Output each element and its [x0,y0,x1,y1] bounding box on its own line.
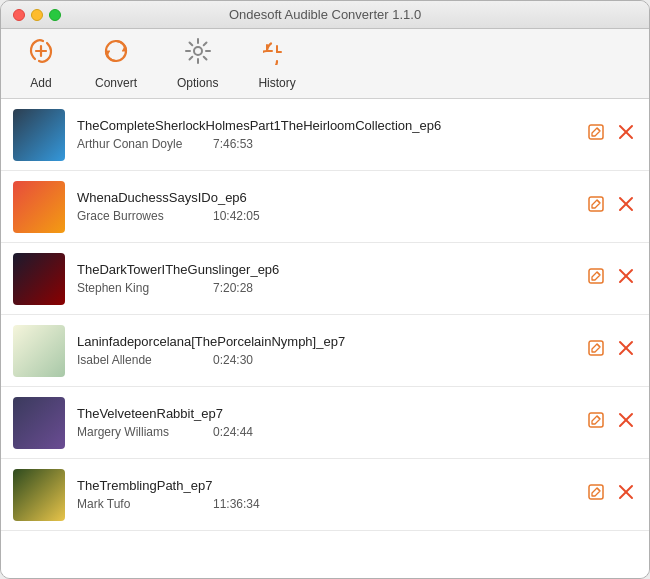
svg-point-3 [194,47,202,55]
book-author: Margery Williams [77,425,197,439]
edit-button[interactable] [585,481,607,508]
book-info: TheTremblingPath_ep7 Mark Tufo 11:36:34 [65,478,585,511]
title-bar: Ondesoft Audible Converter 1.1.0 [1,1,649,29]
convert-label: Convert [95,76,137,90]
delete-button[interactable] [615,481,637,508]
book-cover [13,253,65,305]
book-title: Laninfadeporcelana[ThePorcelainNymph]_ep… [77,334,573,349]
book-cover [13,397,65,449]
book-info: TheVelveteenRabbit_ep7 Margery Williams … [65,406,585,439]
book-duration: 0:24:30 [213,353,253,367]
book-info: Laninfadeporcelana[ThePorcelainNymph]_ep… [65,334,585,367]
book-actions [585,121,637,148]
book-meta: Mark Tufo 11:36:34 [77,497,573,511]
book-duration: 10:42:05 [213,209,260,223]
close-button[interactable] [13,9,25,21]
minimize-button[interactable] [31,9,43,21]
book-title: TheTremblingPath_ep7 [77,478,573,493]
book-title: WhenaDuchessSaysIDo_ep6 [77,190,573,205]
book-author: Stephen King [77,281,197,295]
book-author: Grace Burrowes [77,209,197,223]
book-info: TheCompleteSherlockHolmesPart1TheHeirloo… [65,118,585,151]
table-row: TheCompleteSherlockHolmesPart1TheHeirloo… [1,99,649,171]
svg-rect-18 [589,413,603,427]
book-duration: 11:36:34 [213,497,260,511]
window-title: Ondesoft Audible Converter 1.1.0 [229,7,421,22]
history-label: History [258,76,295,90]
convert-button[interactable]: Convert [85,33,147,94]
book-list: TheCompleteSherlockHolmesPart1TheHeirloo… [1,99,649,579]
table-row: TheDarkTowerITheGunslinger_ep6 Stephen K… [1,243,649,315]
book-meta: Margery Williams 0:24:44 [77,425,573,439]
book-actions [585,337,637,364]
book-actions [585,193,637,220]
edit-button[interactable] [585,265,607,292]
options-button[interactable]: Options [167,33,228,94]
edit-button[interactable] [585,121,607,148]
book-duration: 7:46:53 [213,137,253,151]
svg-rect-15 [589,341,603,355]
history-button[interactable]: History [248,33,305,94]
toolbar: Add Convert Options [1,29,649,99]
book-meta: Isabel Allende 0:24:30 [77,353,573,367]
svg-rect-21 [589,485,603,499]
svg-rect-9 [589,197,603,211]
delete-button[interactable] [615,409,637,436]
book-duration: 7:20:28 [213,281,253,295]
svg-rect-6 [589,125,603,139]
table-row: TheVelveteenRabbit_ep7 Margery Williams … [1,387,649,459]
convert-icon [102,37,130,72]
book-author: Mark Tufo [77,497,197,511]
book-meta: Arthur Conan Doyle 7:46:53 [77,137,573,151]
maximize-button[interactable] [49,9,61,21]
book-actions [585,409,637,436]
edit-button[interactable] [585,409,607,436]
book-meta: Stephen King 7:20:28 [77,281,573,295]
book-title: TheDarkTowerITheGunslinger_ep6 [77,262,573,277]
table-row: WhenaDuchessSaysIDo_ep6 Grace Burrowes 1… [1,171,649,243]
book-info: TheDarkTowerITheGunslinger_ep6 Stephen K… [65,262,585,295]
svg-rect-12 [589,269,603,283]
traffic-lights [13,9,61,21]
book-cover [13,469,65,521]
book-meta: Grace Burrowes 10:42:05 [77,209,573,223]
add-label: Add [30,76,51,90]
book-actions [585,265,637,292]
options-icon [184,37,212,72]
edit-button[interactable] [585,193,607,220]
edit-button[interactable] [585,337,607,364]
book-info: WhenaDuchessSaysIDo_ep6 Grace Burrowes 1… [65,190,585,223]
add-icon [27,37,55,72]
book-actions [585,481,637,508]
delete-button[interactable] [615,193,637,220]
book-title: TheVelveteenRabbit_ep7 [77,406,573,421]
history-icon [263,37,291,72]
book-cover [13,325,65,377]
book-duration: 0:24:44 [213,425,253,439]
delete-button[interactable] [615,121,637,148]
options-label: Options [177,76,218,90]
book-author: Arthur Conan Doyle [77,137,197,151]
book-cover [13,109,65,161]
delete-button[interactable] [615,337,637,364]
book-author: Isabel Allende [77,353,197,367]
table-row: Laninfadeporcelana[ThePorcelainNymph]_ep… [1,315,649,387]
table-row: TheTremblingPath_ep7 Mark Tufo 11:36:34 [1,459,649,531]
delete-button[interactable] [615,265,637,292]
book-cover [13,181,65,233]
book-title: TheCompleteSherlockHolmesPart1TheHeirloo… [77,118,573,133]
add-button[interactable]: Add [17,33,65,94]
